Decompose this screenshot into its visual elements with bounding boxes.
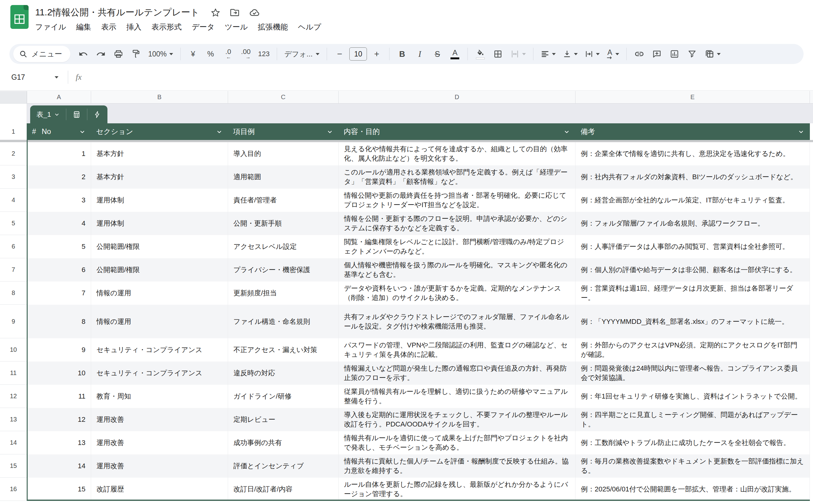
table-name-menu[interactable]: 表_1 [30,105,66,123]
cell-purpose[interactable]: パスワードの管理、VPNや二段階認証の利用、監査ログの確認など、セキュリティ策を… [339,338,575,362]
italic-button[interactable]: I [412,46,428,62]
cell-section[interactable]: 公開範囲/権限 [91,235,228,258]
frozen-row-divider[interactable] [0,140,813,142]
sheets-logo-icon[interactable] [10,5,29,29]
star-icon[interactable] [211,8,220,17]
cell-no[interactable]: 13 [27,431,91,454]
cell-no[interactable]: 4 [27,212,91,235]
menu-extensions[interactable]: 拡張機能 [253,20,293,34]
header-section[interactable]: セクション [91,123,228,140]
cell-no[interactable]: 12 [27,408,91,431]
cell-section[interactable]: 基本方針 [91,142,228,165]
cell-purpose[interactable]: データや資料をいつ・誰が更新するかを定義。定期的なメンテナンス（削除・追加）のサ… [339,281,575,305]
table-grid-view-button[interactable] [66,105,87,123]
cell-section[interactable]: 運用改善 [91,408,228,431]
insert-chart-button[interactable] [667,46,682,62]
cell-purpose[interactable]: ルール自体を更新した際の記録を残し、最新版がどれか分かるようにバージョン管理する… [339,478,575,501]
cell-note[interactable]: 例：フォルダ階層/ファイル命名規則、承認ワークフロー。 [575,212,810,235]
cell-purpose[interactable]: このルールが適用される業務領域や部門を定義する。例えば「経理データ」「営業資料」… [339,165,575,189]
table-suggestions-button[interactable] [87,105,107,123]
column-header-e[interactable]: E [575,91,810,103]
cell-item[interactable]: 違反時の対応 [228,362,339,385]
cell-section[interactable]: 情報の運用 [91,305,228,338]
column-header-c[interactable]: C [228,91,339,103]
cell-note[interactable]: 例：企業全体で情報を適切に共有し、意思決定を迅速化するため。 [575,142,810,165]
insert-link-button[interactable] [632,46,647,62]
increase-font-size-button[interactable]: + [369,46,385,62]
cell-note[interactable]: 例：個人別の評価や給与データは非公開、顧客名は一部伏字にする。 [575,258,810,281]
cell-no[interactable]: 15 [27,478,91,501]
row-number[interactable]: 6 [0,235,27,258]
row-number[interactable]: 11 [0,362,27,385]
decrease-decimal-button[interactable]: .0← [221,46,236,62]
row-number[interactable]: 10 [0,338,27,362]
cell-section[interactable]: 運用改善 [91,431,228,454]
cell-item[interactable]: 評価とインセンティブ [228,454,339,478]
vertical-align-button[interactable] [560,46,580,62]
cell-no[interactable]: 14 [27,454,91,478]
cell-no[interactable]: 8 [27,305,91,338]
menu-format[interactable]: 表示形式 [146,20,186,34]
cell-purpose[interactable]: 導入後も定期的に運用状況をチェックし、不要ファイルの整理やルール改訂を行う。PD… [339,408,575,431]
cell-purpose[interactable]: 情報を公開・更新する際のフローを説明。申請や承認が必要か、どのシステムに保存する… [339,212,575,235]
column-header-a[interactable]: A [27,91,91,103]
header-no[interactable]: #No [27,123,91,140]
cell-purpose[interactable]: 情報漏えいなど問題が発生した際の通報窓口や責任追及の方針、再発防止策のフローを示… [339,362,575,385]
row-number[interactable]: 2 [0,142,27,165]
column-menu-chevron-icon[interactable] [326,128,334,136]
cell-no[interactable]: 5 [27,235,91,258]
font-size-input[interactable]: 10 [349,47,367,61]
cloud-status-icon[interactable] [249,7,260,18]
cell-purpose[interactable]: 従業員が情報共有ルールを理解し、適切に扱うための研修やマニュアル整備を行う。 [339,385,575,408]
cell-item[interactable]: ガイドライン/研修 [228,385,339,408]
cell-item[interactable]: 更新頻度/担当 [228,281,339,305]
borders-button[interactable] [490,46,506,62]
column-header-b[interactable]: B [91,91,228,103]
row-number[interactable]: 8 [0,281,27,305]
row-number[interactable]: 5 [0,212,27,235]
cell-note[interactable]: 例：社内共有フォルダの対象資料、BIツールのダッシュボードなど。 [575,165,810,189]
cell-note[interactable]: 例：年1回セキュリティ研修を実施し、資料はイントラネットで公開。 [575,385,810,408]
decrease-font-size-button[interactable]: − [332,46,347,62]
cell-no[interactable]: 11 [27,385,91,408]
undo-button[interactable] [75,46,91,62]
cell-purpose[interactable]: 個人情報や機密情報を扱う際のルールを明確化。マスキングや匿名化の基準なども含む。 [339,258,575,281]
redo-button[interactable] [93,46,109,62]
cell-item[interactable]: 適用範囲 [228,165,339,189]
cell-section[interactable]: 基本方針 [91,165,228,189]
cell-no[interactable]: 9 [27,338,91,362]
cell-section[interactable]: セキュリティ・コンプライアンス [91,362,228,385]
font-select[interactable]: デフォ... [282,46,322,62]
table-views-button[interactable] [702,46,723,62]
number-format-button[interactable]: 123 [256,46,272,62]
cell-note[interactable]: 例：外部からのアクセスはVPN必須。定期的にアクセスログをIT部門が確認。 [575,338,810,362]
row-number[interactable]: 16 [0,478,27,501]
cell-item[interactable]: ファイル構造・命名規則 [228,305,339,338]
text-rotation-button[interactable]: A [604,46,622,62]
row-number[interactable]: 3 [0,165,27,189]
cell-section[interactable]: 公開範囲/権限 [91,258,228,281]
cell-no[interactable]: 1 [27,142,91,165]
cell-note[interactable]: 例：毎月の業務改善提案数やドキュメント更新数を一部評価指標に加える。 [575,454,810,478]
cell-section[interactable]: 運用体制 [91,212,228,235]
cell-purpose[interactable]: 閲覧・編集権限をレベルごとに設計。部門横断/管理職のみ/特定プロジェクトメンバー… [339,235,575,258]
cell-note[interactable]: 例：経営企画部が全社的なルール策定、IT部がセキュリティ監査。 [575,189,810,212]
paint-format-button[interactable] [128,46,144,62]
header-notes[interactable]: 備考 [575,123,810,140]
cell-item[interactable]: 改訂日/改訂者/内容 [228,478,339,501]
row-number[interactable]: 4 [0,189,27,212]
menu-file[interactable]: ファイル [30,20,71,34]
cell-note[interactable]: 例：四半期ごとに見直しミーティング開催、問題があればアップデート。 [575,408,810,431]
column-menu-chevron-icon[interactable] [563,128,570,136]
row-number[interactable]: 7 [0,258,27,281]
merge-cells-button[interactable] [508,46,528,62]
horizontal-align-button[interactable] [538,46,558,62]
column-menu-chevron-icon[interactable] [78,128,86,136]
row-number[interactable]: 15 [0,454,27,478]
text-wrap-button[interactable] [582,46,602,62]
cell-purpose[interactable]: 情報共有に貢献した個人/チームを評価・報酬制度で反映する仕組み。協力意欲を維持す… [339,454,575,478]
text-color-button[interactable]: A [447,46,463,62]
cell-no[interactable]: 6 [27,258,91,281]
header-item[interactable]: 項目例 [228,123,339,140]
cell-note[interactable]: 例：「YYYYMMDD_資料名_部署名.xlsx」のフォーマットに統一。 [575,305,810,338]
